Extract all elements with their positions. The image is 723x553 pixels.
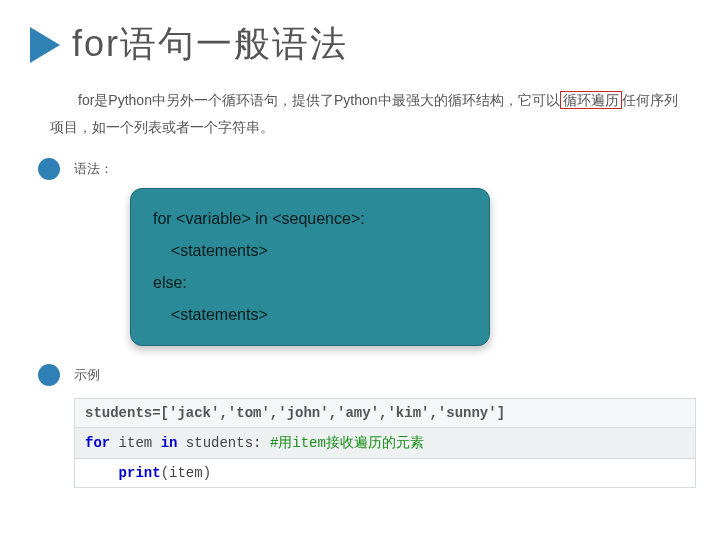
code-line-2: for item in students: #用item接收遍历的元素 xyxy=(75,427,695,458)
title-row: for语句一般语法 xyxy=(30,20,693,69)
code-indent xyxy=(85,465,119,481)
syntax-section-header: 语法： xyxy=(38,158,693,180)
bullet-icon xyxy=(38,364,60,386)
code-args: (item) xyxy=(161,465,211,481)
bullet-icon xyxy=(38,158,60,180)
intro-text-1: for是Python中另外一个循环语句，提供了Python中最强大的循环结构，它… xyxy=(78,92,560,108)
code-var: item xyxy=(110,435,160,451)
code-block: students=['jack','tom','john','amy','kim… xyxy=(74,398,696,488)
syntax-box: for <variable> in <sequence>: <statement… xyxy=(130,188,490,346)
kw-in: in xyxy=(161,435,178,451)
triangle-icon xyxy=(30,27,60,63)
fn-print: print xyxy=(119,465,161,481)
syntax-label: 语法： xyxy=(74,160,113,178)
example-label: 示例 xyxy=(74,366,100,384)
code-line-1: students=['jack','tom','john','amy','kim… xyxy=(75,399,695,427)
kw-for: for xyxy=(85,435,110,451)
page-title: for语句一般语法 xyxy=(72,20,348,69)
intro-paragraph: for是Python中另外一个循环语句，提供了Python中最强大的循环结构，它… xyxy=(50,87,683,140)
highlight-box: 循环遍历 xyxy=(560,91,622,109)
code-line-3: print(item) xyxy=(75,458,695,487)
example-section-header: 示例 xyxy=(38,364,693,386)
code-text: students=['jack','tom','john','amy','kim… xyxy=(85,405,505,421)
code-comment: #用item接收遍历的元素 xyxy=(270,435,424,451)
code-rest: students: xyxy=(177,435,269,451)
